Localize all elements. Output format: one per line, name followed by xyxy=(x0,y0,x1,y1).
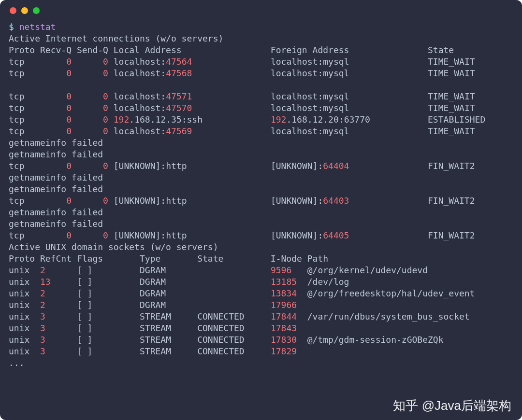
unix-path: /dev/log xyxy=(307,277,349,287)
maximize-icon[interactable] xyxy=(33,7,40,14)
inet-sendq: 0 xyxy=(103,230,108,240)
unix-refcnt: 2 xyxy=(40,265,45,275)
unix-proto: unix xyxy=(9,311,40,322)
unix-path: @/tmp/gdm-session-zGOBeZQk xyxy=(307,335,444,345)
inet-foreign-address: localhost:mysql xyxy=(271,91,349,101)
inet-heading: Active Internet connections (w/o servers… xyxy=(9,33,223,43)
unix-type: STREAM xyxy=(140,311,197,322)
output-line: Proto Recv-Q Send-Q Local Address Foreig… xyxy=(9,44,513,56)
output-line: Active UNIX domain sockets (w/o servers) xyxy=(9,241,513,253)
output-line: unix 2 [ ] DGRAM 9596 @/org/kernel/udev/… xyxy=(9,265,513,276)
unix-state xyxy=(197,265,271,275)
inet-foreign-address: [UNKNOWN]:64403 xyxy=(271,196,349,206)
output-line: tcp 0 0 localhost:47569 localhost:mysql … xyxy=(9,126,513,137)
inet-foreign-address: 192.168.12.20:63770 xyxy=(271,114,370,125)
unix-inode: 17966 xyxy=(271,300,297,310)
inet-sendq: 0 xyxy=(103,126,108,136)
unix-type: STREAM xyxy=(140,335,197,345)
unix-refcnt: 3 xyxy=(40,311,45,322)
unix-flags: [ ] xyxy=(77,288,140,298)
prompt-symbol: $ xyxy=(9,22,19,32)
inet-state: ESTABLISHED xyxy=(428,114,485,125)
inet-state: FIN_WAIT2 xyxy=(428,196,475,206)
minimize-icon[interactable] xyxy=(21,7,28,14)
inet-proto: tcp xyxy=(9,56,40,67)
inet-message: getnameinfo failed xyxy=(9,207,103,217)
unix-state xyxy=(197,277,271,287)
output-line: tcp 0 0 [UNKNOWN]:http [UNKNOWN]:64404 F… xyxy=(9,160,513,172)
unix-flags: [ ] xyxy=(77,346,140,356)
inet-proto: tcp xyxy=(9,126,40,136)
inet-proto: tcp xyxy=(9,68,40,78)
unix-flags: [ ] xyxy=(77,300,140,310)
inet-message: getnameinfo failed xyxy=(9,184,103,194)
unix-path: @/org/freedesktop/hal/udev_event xyxy=(307,288,475,298)
inet-recvq: 0 xyxy=(66,196,72,206)
watermark: 知乎 @Java后端架构 xyxy=(393,397,511,414)
inet-recvq: 0 xyxy=(66,103,72,113)
unix-inode: 17843 xyxy=(271,323,297,333)
inet-local-address: localhost:47568 xyxy=(114,68,192,78)
terminal-output[interactable]: $ netstatActive Internet connections (w/… xyxy=(0,21,522,378)
inet-recvq: 0 xyxy=(66,230,72,240)
inet-proto: tcp xyxy=(9,161,40,171)
unix-proto: unix xyxy=(9,346,40,356)
unix-type: DGRAM xyxy=(140,277,197,287)
unix-inode: 17829 xyxy=(271,346,297,356)
output-line: unix 3 [ ] STREAM CONNECTED 17829 xyxy=(9,346,513,357)
output-line: tcp 0 0 192.168.12.35:ssh 192.168.12.20:… xyxy=(9,114,513,126)
unix-proto: unix xyxy=(9,323,40,333)
inet-message: getnameinfo failed xyxy=(9,149,103,159)
unix-proto: unix xyxy=(9,265,40,275)
unix-inode: 17844 xyxy=(271,311,297,322)
inet-foreign-address: [UNKNOWN]:64404 xyxy=(271,161,349,171)
output-line: getnameinfo failed xyxy=(9,172,513,183)
inet-proto: tcp xyxy=(9,114,40,125)
unix-type: STREAM xyxy=(140,323,197,333)
unix-path: /var/run/dbus/system_bus_socket xyxy=(307,311,470,322)
output-line: unix 13 [ ] DGRAM 13185 /dev/log xyxy=(9,276,513,288)
inet-local-address: 192.168.12.35:ssh xyxy=(114,114,203,125)
unix-proto: unix xyxy=(9,300,40,310)
unix-proto: unix xyxy=(9,335,40,345)
output-line: getnameinfo failed xyxy=(9,218,513,230)
unix-heading: Active UNIX domain sockets (w/o servers) xyxy=(9,242,218,252)
output-line: $ netstat xyxy=(9,21,513,33)
inet-sendq: 0 xyxy=(103,68,108,78)
unix-proto: unix xyxy=(9,288,40,298)
unix-flags: [ ] xyxy=(77,277,140,287)
terminal-window: $ netstatActive Internet connections (w/… xyxy=(0,0,522,420)
inet-state: TIME_WAIT xyxy=(428,126,475,136)
inet-foreign-address: localhost:mysql xyxy=(271,56,349,67)
output-line: ... xyxy=(9,357,513,369)
unix-refcnt: 2 xyxy=(40,288,45,298)
unix-proto: unix xyxy=(9,277,40,287)
unix-state xyxy=(197,288,271,298)
inet-proto: tcp xyxy=(9,91,40,101)
inet-message: getnameinfo failed xyxy=(9,138,103,148)
inet-state: FIN_WAIT2 xyxy=(428,230,475,240)
unix-state: CONNECTED xyxy=(197,311,271,322)
inet-sendq: 0 xyxy=(103,56,108,67)
unix-inode: 9596 xyxy=(271,265,291,275)
inet-local-address: localhost:47569 xyxy=(114,126,192,136)
inet-foreign-address: [UNKNOWN]:64405 xyxy=(271,230,349,240)
unix-path: @/org/kernel/udev/udevd xyxy=(307,265,428,275)
inet-recvq: 0 xyxy=(66,114,72,125)
unix-flags: [ ] xyxy=(77,311,140,322)
output-line: tcp 0 0 localhost:47568 localhost:mysql … xyxy=(9,68,513,79)
close-icon[interactable] xyxy=(10,7,16,14)
inet-local-address: [UNKNOWN]:http xyxy=(114,196,187,206)
inet-sendq: 0 xyxy=(103,103,108,113)
output-trail: ... xyxy=(9,358,25,368)
unix-refcnt: 3 xyxy=(40,335,45,345)
output-line: tcp 0 0 [UNKNOWN]:http [UNKNOWN]:64403 F… xyxy=(9,195,513,207)
output-line: unix 2 [ ] DGRAM 13834 @/org/freedesktop… xyxy=(9,288,513,299)
inet-state: TIME_WAIT xyxy=(428,68,475,78)
inet-state: TIME_WAIT xyxy=(428,56,475,67)
inet-foreign-address: localhost:mysql xyxy=(271,68,349,78)
output-line xyxy=(9,79,513,91)
output-line: tcp 0 0 [UNKNOWN]:http [UNKNOWN]:64405 F… xyxy=(9,230,513,241)
output-line: unix 3 [ ] STREAM CONNECTED 17830 @/tmp/… xyxy=(9,334,513,346)
output-line: tcp 0 0 localhost:47570 localhost:mysql … xyxy=(9,102,513,114)
